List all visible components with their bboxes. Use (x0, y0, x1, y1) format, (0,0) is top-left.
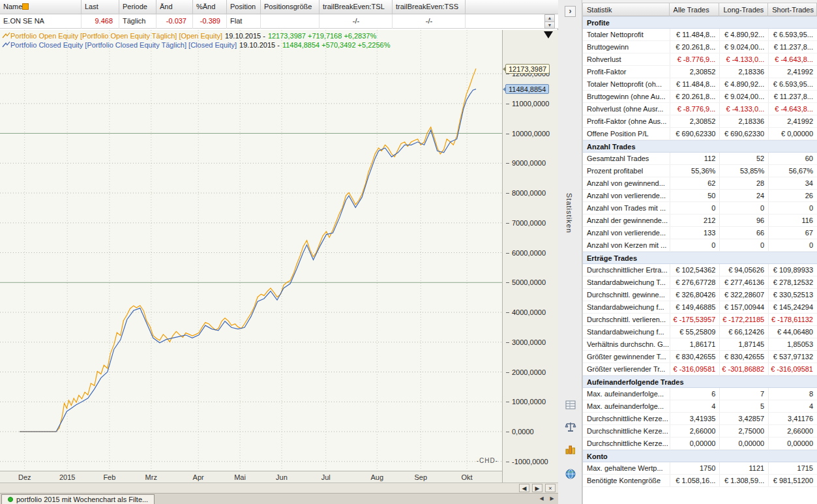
stat-row[interactable]: Profit-Faktor (ohne Aus...2,308522,18336… (583, 115, 817, 128)
stat-row[interactable]: Bruttogewinn€ 20.261,8...€ 9.024,00...€ … (583, 41, 817, 53)
stat-value: € 145,24294 (768, 301, 817, 313)
stat-value: € -178,61132 (768, 314, 817, 325)
stat-row[interactable]: Anzahl der gewinnende...21296116 (583, 215, 817, 227)
quote-cell-tss: -/- (393, 14, 466, 29)
column-header-positionsgroesse[interactable]: Positionsgröße (261, 0, 319, 14)
stat-row[interactable]: Rohverlust (ohne Ausr...€ -8.776,9...€ -… (583, 103, 817, 115)
stat-row[interactable]: Anzahl von Trades mit ...000 (583, 202, 817, 215)
quote-cell-last: 9.468 (82, 14, 119, 29)
stats-column-short-trades[interactable]: Short-Trades (768, 3, 817, 16)
x-axis-label: Jul (321, 473, 331, 481)
tab-nav-right-icon[interactable]: ▶ (548, 495, 556, 503)
column-header-tss[interactable]: trailBreakEven:TSS (393, 0, 466, 14)
scales-panel-icon[interactable] (565, 421, 576, 433)
stat-row[interactable]: Größter gewinnender T...€ 830,42655€ 830… (583, 351, 817, 363)
y-axis[interactable]: 12000,000011000,000010000,00009000,00008… (502, 30, 558, 482)
stat-row[interactable]: Größter verlierender Tr...€ -316,09581€ … (583, 363, 817, 376)
stat-value: 116 (768, 215, 817, 226)
stat-row[interactable]: Totaler Nettoprofit€ 11.484,8...€ 4.890,… (583, 29, 817, 41)
quote-row[interactable]: E.ON SE NA 9.468 Täglich -0.037 -0.389 F… (0, 14, 558, 29)
column-header-aend[interactable]: Änd (156, 0, 193, 14)
spinner-up-button[interactable]: ▲ (545, 15, 554, 22)
stat-label: Durchschnittliche Kerze... (583, 413, 670, 424)
stat-row[interactable]: Anzahl von verlierende...1336667 (583, 227, 817, 239)
stat-value: 1,85053 (768, 338, 817, 350)
scroll-right-button[interactable]: ▶ (532, 484, 542, 492)
stat-value: € 102,54362 (670, 264, 720, 276)
stats-column-alle-trades[interactable]: Alle Trades (670, 3, 720, 16)
column-header-last[interactable]: Last (82, 0, 119, 14)
stat-value: 0,00000 (768, 437, 817, 449)
stat-row[interactable]: Prozent profitabel55,36%53,85%56,67% (583, 165, 817, 177)
stat-value: € -4.133,0... (719, 53, 768, 65)
legend-open-equity[interactable]: Portfolio Open Equity [Portfolio Open Eq… (2, 31, 390, 40)
x-axis[interactable]: Dez2015FebMrzAprMaiJunJulAugSepOkt (0, 471, 502, 482)
stat-row[interactable]: Anzahl von verlierende...502426 (583, 190, 817, 202)
stat-value: € -4.133,0... (719, 103, 768, 115)
y-axis-label: 10000,0000 (506, 130, 550, 138)
chart-plot-area[interactable]: Portfolio Open Equity [Portfolio Open Eq… (0, 30, 502, 471)
legend-closed-equity[interactable]: Portfolio Closed Equity [Portfolio Close… (2, 40, 390, 50)
column-header-tsl[interactable]: trailBreakEven:TSL (319, 0, 393, 14)
globe-panel-icon[interactable] (565, 468, 576, 480)
stat-value: € 44,06480 (768, 326, 817, 338)
column-header-pct-aend[interactable]: %Änd (193, 0, 227, 14)
table-panel-icon[interactable] (565, 399, 576, 411)
column-header-periode[interactable]: Periode (119, 0, 156, 14)
column-marker-icon (22, 3, 29, 10)
close-button[interactable]: × (545, 484, 556, 492)
stats-section-header: Konto (583, 450, 817, 462)
y-axis-label: 3000,0000 (506, 338, 546, 346)
spinner-down-button[interactable]: ▼ (545, 22, 554, 28)
stat-value: 133 (670, 227, 720, 239)
stat-row[interactable]: Max. gehaltene Wertp...175011211715 (583, 462, 817, 475)
stat-row[interactable]: Durchschnittliche Kerze...0,000000,00000… (583, 437, 817, 450)
stat-row[interactable]: Standardabweichung f...€ 149,46885€ 157,… (583, 301, 817, 314)
stat-row[interactable]: Offene Position P/L€ 690,62330€ 690,6233… (583, 128, 817, 140)
stats-column-long-trades[interactable]: Long-Trades (719, 3, 768, 16)
stat-row[interactable]: Durchschnittl. gewinne...€ 326,80426€ 32… (583, 289, 817, 301)
stat-row[interactable]: Durchschnittl. verlieren...€ -175,53957€… (583, 314, 817, 326)
stat-value: 2,41992 (768, 115, 817, 127)
stat-value: € 6.593,95... (768, 29, 817, 40)
chart-tab[interactable]: portfolio 2015 mit Wochenchart als Filte… (1, 494, 155, 504)
stat-row[interactable]: Gesamtzahl Trades1125260 (583, 153, 817, 165)
stat-row[interactable]: Durchschnittliche Kerze...2,660002,75000… (583, 425, 817, 437)
stat-value: 56,67% (768, 165, 817, 177)
equity-chart-svg[interactable] (0, 30, 502, 471)
statistiken-tab-label[interactable]: Statistiken (565, 193, 573, 233)
stats-column-statistik[interactable]: Statistik (583, 3, 670, 16)
stat-label: Standardabweichung T... (583, 276, 670, 288)
collapse-panel-button[interactable]: › (565, 6, 576, 17)
stat-row[interactable]: Benötigte Kontengröße€ 1.058,16...€ 1.30… (583, 475, 817, 487)
stat-label: Verhältnis durchschn. G... (583, 338, 670, 350)
stat-value: 1121 (719, 462, 768, 474)
stat-row[interactable]: Rohverlust€ -8.776,9...€ -4.133,0...€ -4… (583, 53, 817, 66)
equity-line-open (20, 68, 476, 432)
column-header-position[interactable]: Position (227, 0, 261, 14)
stat-row[interactable]: Max. aufeinanderfolge...454 (583, 400, 817, 413)
stat-row[interactable]: Standardabweichung T...€ 276,67728€ 277,… (583, 276, 817, 289)
stat-row[interactable]: Standardabweichung f...€ 55,25809€ 66,12… (583, 326, 817, 338)
app-window: Name Last Periode Änd %Änd Position Posi… (0, 0, 817, 504)
crosshair-indicator[interactable]: -CHD- (477, 457, 498, 464)
stat-row[interactable]: Anzahl von gewinnend...622834 (583, 177, 817, 190)
stat-row[interactable]: Durchschnittliche Kerze...3,419353,42857… (583, 413, 817, 425)
stats-section-header: Anzahl Trades (583, 140, 817, 153)
bar-chart-panel-icon[interactable] (565, 443, 576, 455)
stat-row[interactable]: Bruttogewinn (ohne Au...€ 20.261,8...€ 9… (583, 91, 817, 103)
stat-row[interactable]: Profit-Faktor2,308522,183362,41992 (583, 66, 817, 78)
stat-value: € 1.308,59... (719, 475, 768, 486)
stat-row[interactable]: Totaler Nettoprofit (oh...€ 11.484,8...€… (583, 78, 817, 91)
stat-row[interactable]: Durchschnittlicher Ertra...€ 102,54362€ … (583, 264, 817, 276)
stat-row[interactable]: Max. aufeinanderfolge...678 (583, 388, 817, 400)
x-axis-label: Dez (18, 473, 31, 481)
stat-row[interactable]: Verhältnis durchschn. G...1,861711,87145… (583, 338, 817, 351)
scroll-left-button[interactable]: ◀ (519, 484, 529, 492)
tab-nav-left-icon[interactable]: ◀ (537, 495, 546, 503)
stat-row[interactable]: Anzahl von Kerzen mit ...000 (583, 239, 817, 252)
stat-label: Totaler Nettoprofit (oh... (583, 78, 670, 90)
stat-value: 4 (768, 400, 817, 412)
stat-value: € 11.484,8... (670, 78, 720, 90)
column-header-name[interactable]: Name (0, 0, 82, 14)
